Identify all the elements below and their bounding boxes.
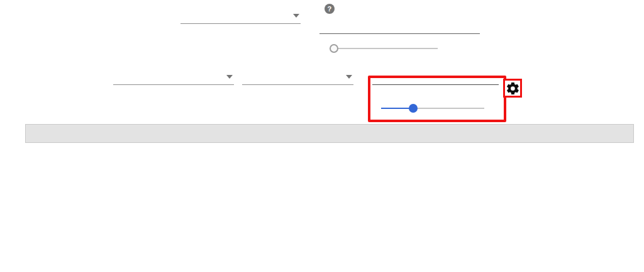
chart-legend [23,156,44,164]
slider-handle[interactable] [409,104,418,113]
buckets-field [372,65,499,85]
help-icon[interactable]: ? [325,4,335,14]
histogram-type-dropdown[interactable] [242,69,353,85]
visualization-field [180,4,301,24]
histogram-svg[interactable] [0,166,644,272]
slice-overview-strip[interactable] [25,124,634,143]
slider-handle[interactable] [330,44,338,53]
slider-track[interactable] [330,48,438,49]
threshold-label: ? [319,2,480,14]
slice-overview-svg [26,125,633,142]
threshold-input[interactable] [319,18,480,34]
chevron-down-icon [346,75,352,79]
settings-gear-button[interactable] [503,79,522,98]
metrics-histogram-panel: ? [0,0,644,272]
buckets-slider[interactable] [381,104,484,113]
legend-swatch [23,156,38,164]
threshold-slider[interactable] [330,44,438,53]
metric-dropdown[interactable] [113,69,234,85]
visualization-dropdown[interactable] [180,8,301,24]
metric-field [113,65,234,85]
histogram-type-field [242,65,353,85]
histogram-chart [0,166,644,272]
buckets-input[interactable] [372,69,499,85]
slider-track-active [381,108,413,109]
chevron-down-icon [293,14,299,18]
gear-icon [506,81,520,96]
threshold-field: ? [319,2,480,34]
chevron-down-icon [226,75,233,79]
